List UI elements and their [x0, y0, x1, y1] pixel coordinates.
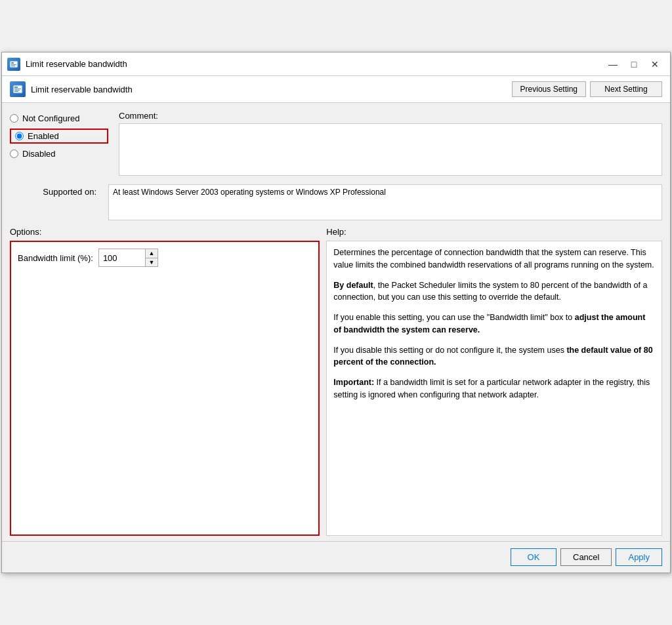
window-icon — [7, 58, 20, 71]
minimize-button[interactable]: — — [603, 57, 623, 71]
options-title: Options: — [10, 227, 320, 237]
not-configured-label: Not Configured — [22, 113, 79, 123]
enabled-radio[interactable] — [15, 132, 24, 140]
enabled-label: Enabled — [28, 131, 59, 141]
dialog-icon — [10, 81, 26, 97]
supported-value: At least Windows Server 2003 operating s… — [108, 184, 662, 220]
maximize-button[interactable]: □ — [624, 57, 644, 71]
comment-label: Comment: — [119, 111, 662, 121]
disabled-label: Disabled — [22, 149, 56, 159]
comment-textarea[interactable] — [119, 123, 662, 176]
nav-buttons: Previous Setting Next Setting — [512, 81, 662, 97]
radio-group: Not Configured Enabled Disabled — [10, 111, 108, 178]
supported-label: Supported on: — [10, 187, 102, 197]
not-configured-option[interactable]: Not Configured — [10, 113, 108, 123]
dialog-footer: OK Cancel Apply — [2, 541, 670, 573]
main-window: Limit reservable bandwidth — □ ✕ Limit r… — [1, 52, 671, 573]
bandwidth-label: Bandwidth limit (%): — [18, 253, 93, 263]
bandwidth-spinner: ▲ ▼ — [145, 249, 158, 266]
svg-rect-3 — [11, 66, 15, 66]
svg-rect-7 — [14, 90, 20, 91]
dialog-title: Limit reservable bandwidth — [31, 85, 512, 94]
bandwidth-increment-button[interactable]: ▲ — [146, 249, 158, 258]
next-setting-button[interactable]: Next Setting — [590, 81, 662, 97]
close-button[interactable]: ✕ — [645, 57, 665, 71]
enabled-option[interactable]: Enabled — [10, 129, 108, 144]
help-para-2: By default, the Packet Scheduler limits … — [333, 279, 655, 304]
apply-button[interactable]: Apply — [616, 548, 662, 566]
not-configured-radio[interactable] — [10, 114, 18, 123]
help-para-3: If you enable this setting, you can use … — [333, 312, 655, 336]
bandwidth-decrement-button[interactable]: ▼ — [146, 258, 158, 266]
bandwidth-input[interactable] — [99, 249, 145, 266]
dialog-header: Limit reservable bandwidth Previous Sett… — [2, 76, 670, 103]
svg-rect-2 — [11, 64, 16, 65]
comment-section: Comment: — [119, 111, 662, 178]
disabled-radio[interactable] — [10, 150, 18, 158]
svg-rect-1 — [11, 62, 14, 64]
svg-rect-5 — [14, 87, 18, 88]
options-box: Bandwidth limit (%): ▲ ▼ — [10, 241, 320, 536]
disabled-option[interactable]: Disabled — [10, 149, 108, 159]
help-title: Help: — [326, 227, 662, 237]
ok-button[interactable]: OK — [511, 548, 556, 566]
supported-section: Supported on: At least Windows Server 20… — [10, 184, 662, 220]
bandwidth-row: Bandwidth limit (%): ▲ ▼ — [18, 249, 312, 267]
help-para-5: Important: If a bandwidth limit is set f… — [333, 376, 655, 401]
comment-textarea-wrapper — [119, 123, 662, 178]
help-box: Determines the percentage of connection … — [326, 241, 662, 536]
title-bar-controls: — □ ✕ — [603, 57, 665, 71]
title-bar: Limit reservable bandwidth — □ ✕ — [2, 52, 670, 76]
help-section: Help: Determines the percentage of conne… — [326, 227, 662, 536]
svg-rect-8 — [14, 91, 18, 92]
window-title: Limit reservable bandwidth — [26, 59, 603, 69]
options-help-row: Options: Bandwidth limit (%): ▲ ▼ — [10, 227, 662, 536]
help-para-4: If you disable this setting or do not co… — [333, 344, 655, 369]
previous-setting-button[interactable]: Previous Setting — [512, 81, 586, 97]
svg-rect-6 — [14, 89, 21, 89]
help-para-1: Determines the percentage of connection … — [333, 247, 655, 272]
cancel-button[interactable]: Cancel — [560, 548, 612, 566]
bandwidth-input-group: ▲ ▼ — [98, 249, 158, 267]
main-content: Not Configured Enabled Disabled Comment: — [2, 103, 670, 541]
options-section: Options: Bandwidth limit (%): ▲ ▼ — [10, 227, 320, 536]
radio-comment-row: Not Configured Enabled Disabled Comment: — [10, 111, 662, 178]
